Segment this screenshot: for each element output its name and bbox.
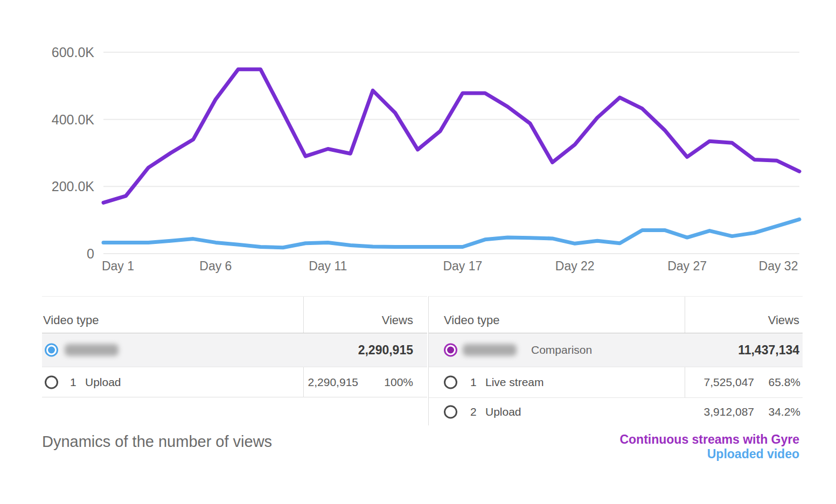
y-axis-label: 200.0K bbox=[52, 179, 95, 194]
radio-unselected[interactable] bbox=[45, 375, 58, 389]
row-label: Upload bbox=[85, 376, 121, 389]
row-views-percent: 34.2% bbox=[767, 405, 800, 418]
column-header-views: Views bbox=[768, 313, 799, 327]
x-axis-label: Day 17 bbox=[443, 259, 482, 273]
chart-legend: Continuous streams with Gyre Uploaded vi… bbox=[619, 432, 799, 461]
table-row[interactable]: 1 Live stream 7,525,047 65.8% bbox=[429, 367, 803, 397]
radio-unselected[interactable] bbox=[444, 376, 457, 389]
column-header-video-type: Video type bbox=[43, 313, 99, 327]
table-row[interactable]: 1 Upload 2,290,915 100% bbox=[42, 367, 427, 397]
uploaded-video-line bbox=[103, 219, 799, 247]
comparison-label: Comparison bbox=[531, 344, 592, 356]
radio-dot bbox=[48, 347, 55, 354]
row-views-value: 7,525,047 bbox=[704, 376, 754, 389]
row-views-percent: 100% bbox=[380, 376, 413, 389]
column-header-video-type: Video type bbox=[444, 313, 500, 327]
gyre-streams-line bbox=[103, 69, 799, 202]
y-axis-label: 400.0K bbox=[52, 112, 95, 127]
x-axis-label: Day 11 bbox=[309, 259, 347, 273]
radio-unselected[interactable] bbox=[444, 405, 457, 419]
views-analytics-panel: 600.0K400.0K200.0K0Day 1Day 6Day 11Day 1… bbox=[0, 0, 836, 504]
selected-total-row[interactable]: Comparison 11,437,134 bbox=[429, 333, 803, 367]
video-type-table-right: Video type Views Comparison 11,437,134 1… bbox=[428, 296, 803, 425]
table-header: Video type Views bbox=[429, 297, 803, 333]
x-axis-label: Day 1 bbox=[102, 259, 134, 273]
y-axis-label: 0 bbox=[87, 246, 94, 261]
row-label: Live stream bbox=[485, 376, 544, 389]
radio-dot bbox=[447, 347, 454, 354]
x-axis-label: Day 22 bbox=[555, 259, 595, 273]
x-axis-label: Day 32 bbox=[759, 259, 798, 273]
row-views-percent: 65.8% bbox=[767, 376, 800, 389]
total-views-value: 2,290,915 bbox=[358, 343, 413, 358]
table-row[interactable]: 2 Upload 3,912,087 34.2% bbox=[429, 397, 803, 426]
total-views-value: 11,437,134 bbox=[738, 343, 799, 358]
x-axis-label: Day 6 bbox=[199, 259, 232, 273]
row-views-value: 2,290,915 bbox=[308, 376, 358, 389]
column-header-views: Views bbox=[382, 313, 413, 327]
video-type-table-left: Video type Views 2,290,915 1 Upload 2,29… bbox=[42, 296, 427, 397]
redacted-label-blur bbox=[65, 344, 119, 356]
selected-total-row[interactable]: 2,290,915 bbox=[42, 333, 427, 367]
radio-selected-purple[interactable] bbox=[444, 344, 457, 357]
redacted-label-blur bbox=[463, 344, 517, 356]
row-index: 1 bbox=[70, 376, 76, 389]
radio-selected-blue[interactable] bbox=[45, 344, 58, 357]
row-views-value: 3,912,087 bbox=[704, 405, 754, 418]
table-header: Video type Views bbox=[42, 297, 427, 333]
legend-item-uploaded-video: Uploaded video bbox=[619, 447, 799, 461]
y-axis-label: 600.0K bbox=[52, 45, 95, 60]
row-index: 2 bbox=[470, 405, 477, 418]
x-axis-label: Day 27 bbox=[667, 259, 707, 273]
chart-title: Dynamics of the number of views bbox=[42, 433, 272, 451]
row-index: 1 bbox=[470, 376, 477, 389]
row-label: Upload bbox=[485, 405, 521, 418]
views-line-chart: 600.0K400.0K200.0K0Day 1Day 6Day 11Day 1… bbox=[0, 0, 836, 285]
legend-item-gyre-streams: Continuous streams with Gyre bbox=[619, 432, 799, 447]
